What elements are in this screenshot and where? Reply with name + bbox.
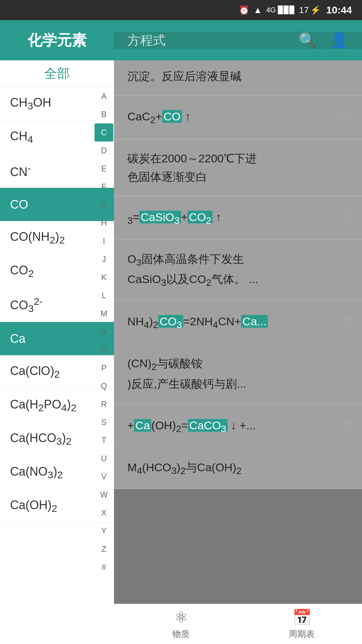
alpha-Y[interactable]: Y <box>95 522 113 540</box>
item-formula-ch3oh: CH3OH <box>10 96 51 112</box>
clock-icon: ⏰ <box>239 5 249 15</box>
content-card-5: O3固体高温条件下发生CaSiO3以及CO2气体。 ... <box>114 240 362 301</box>
alpha-F[interactable]: F <box>95 178 113 196</box>
card-7-text: (CN)2与碳酸铵)反应,产生碳酸钙与剧... <box>127 354 349 393</box>
wifi-icon: ▲ <box>253 5 262 15</box>
app-title: 化学元素 <box>27 31 86 50</box>
item-formula-ca-clo2: Ca(ClO)2 <box>10 364 60 380</box>
item-formula-ca-h2po4-2: Ca(H2PO4)2 <box>10 397 76 414</box>
nav-item-periodic[interactable]: 📅 周期表 <box>275 608 328 640</box>
item-formula-ca-oh: Ca(OH)2 <box>10 498 57 514</box>
header-action-icons: 🔍 👤 <box>298 32 349 49</box>
item-formula-ca-hco3-2: Ca(HCO3)2 <box>10 431 71 447</box>
alpha-R[interactable]: R <box>95 395 113 413</box>
alpha-M[interactable]: M <box>95 305 113 323</box>
highlight-ca2: Ca <box>134 419 151 432</box>
sidebar: A B C D E F G H I J K L M N O P Q R S T … <box>0 60 114 644</box>
heart-icon-2[interactable]: ♡ <box>339 109 352 126</box>
alpha-G[interactable]: G <box>95 196 113 214</box>
battery-level: 17 <box>299 5 309 15</box>
status-icons: ⏰ ▲ 4G ▉▉▉ 17⚡ <box>239 5 321 15</box>
card-5-text: O3固体高温条件下发生CaSiO3以及CO2气体。 ... <box>127 250 349 290</box>
item-formula-ch4: CH4 <box>10 129 33 145</box>
item-formula-co3: CO32- <box>10 296 43 314</box>
heart-icon-8[interactable]: ♡ <box>339 418 352 435</box>
content-card-8: +Ca(OH)2=CaCO3 ↓ +... ♡ <box>114 405 362 448</box>
alpha-N[interactable]: N <box>95 323 113 341</box>
card-9-text: M4(HCO3)2与Ca(OH)2 <box>127 458 349 478</box>
content-card-7: (CN)2与碳酸铵)反应,产生碳酸钙与剧... <box>114 344 362 405</box>
content-card-9: M4(HCO3)2与Ca(OH)2 <box>114 448 362 489</box>
item-formula-ca: Ca <box>10 332 25 346</box>
item-formula-co2: CO2 <box>10 263 34 279</box>
item-formula-ca-no3-2: Ca(NO3)2 <box>10 465 63 481</box>
nav-label-matter: 物质 <box>172 628 190 640</box>
alpha-S[interactable]: S <box>95 413 113 431</box>
battery-icon: 17⚡ <box>299 5 321 15</box>
heart-icon-6[interactable]: ♡ <box>339 314 352 331</box>
app-header: 化学元素 方程式 🔍 👤 <box>0 20 362 60</box>
periodic-icon: 📅 <box>292 608 311 626</box>
content-card-1: 沉淀。反应后溶液显碱 <box>114 60 362 96</box>
alpha-T[interactable]: T <box>95 431 113 449</box>
content-card-4: 3=CaSiO3+CO2 ↑ ♡ <box>114 196 362 240</box>
alpha-B[interactable]: B <box>95 105 113 123</box>
all-label: 全部 <box>44 65 70 82</box>
card-6-formula: NH4)2CO3=2NH4CN+Ca... <box>127 312 268 332</box>
alpha-Z[interactable]: Z <box>95 540 113 558</box>
alpha-U[interactable]: U <box>95 449 113 468</box>
heart-icon-4[interactable]: ♡ <box>339 209 352 226</box>
card-1-text: 沉淀。反应后溶液显碱 <box>127 67 349 85</box>
alpha-E[interactable]: E <box>95 160 113 178</box>
status-time: 10:44 <box>326 4 352 16</box>
alpha-H[interactable]: H <box>95 214 113 232</box>
search-icon[interactable]: 🔍 <box>298 32 317 49</box>
content-card-6: NH4)2CO3=2NH4CN+Ca... ♡ <box>114 301 362 344</box>
alpha-D[interactable]: D <box>95 142 113 160</box>
card-3-text: 碳炭在2000～2200℃下进色固体逐渐变白 <box>127 149 349 186</box>
alpha-O[interactable]: O <box>95 341 113 359</box>
alpha-X[interactable]: X <box>95 504 113 522</box>
alpha-K[interactable]: K <box>95 268 113 286</box>
highlight-co2: CO2 <box>187 211 213 223</box>
signal-icon: 4G ▉▉▉ <box>266 6 295 14</box>
highlight-casio3: CaSiO3 <box>139 211 181 223</box>
alpha-J[interactable]: J <box>95 250 113 268</box>
highlight-caco3: CaCO3 <box>188 419 228 432</box>
alphabet-index: A B C D E F G H I J K L M N O P Q R S T … <box>94 60 114 576</box>
alpha-I[interactable]: I <box>95 232 113 250</box>
alpha-L[interactable]: L <box>95 286 113 305</box>
header-title-area: 化学元素 <box>0 20 114 60</box>
alpha-W[interactable]: W <box>95 486 113 504</box>
user-icon[interactable]: 👤 <box>330 32 349 49</box>
nav-item-matter[interactable]: ⚛ 物质 <box>154 608 208 640</box>
highlight-co: CO <box>162 110 182 123</box>
item-formula-co-nh2-2: CO(NH2)2 <box>10 230 65 246</box>
item-formula-co: CO <box>10 198 28 212</box>
highlight-co3: CO3 <box>158 315 183 328</box>
alpha-C[interactable]: C <box>95 123 113 142</box>
nav-label-periodic: 周期表 <box>289 628 315 640</box>
right-content: 沉淀。反应后溶液显碱 CaC2+CO ↑ ♡ 碳炭在2000～2200℃下进色固… <box>114 60 362 644</box>
status-bar: ⏰ ▲ 4G ▉▉▉ 17⚡ 10:44 <box>0 0 362 20</box>
alpha-hash[interactable]: # <box>95 558 113 576</box>
main-layout: A B C D E F G H I J K L M N O P Q R S T … <box>0 60 362 644</box>
header-tab-equations[interactable]: 方程式 <box>127 32 166 49</box>
card-8-formula: +Ca(OH)2=CaCO3 ↓ +... <box>127 416 256 436</box>
alpha-V[interactable]: V <box>95 468 113 486</box>
card-4-formula: 3=CaSiO3+CO2 ↑ <box>127 208 222 228</box>
card-2-formula: CaC2+CO ↑ <box>127 107 191 127</box>
content-card-3: 碳炭在2000～2200℃下进色固体逐渐变白 <box>114 139 362 196</box>
alpha-P[interactable]: P <box>95 359 113 377</box>
alpha-Q[interactable]: Q <box>95 377 113 395</box>
header-right: 方程式 🔍 👤 <box>114 32 362 49</box>
content-card-2: CaC2+CO ↑ ♡ <box>114 96 362 139</box>
alpha-A[interactable]: A <box>95 87 113 105</box>
item-formula-cn: CN- <box>10 163 31 179</box>
matter-icon: ⚛ <box>174 608 188 626</box>
highlight-ca: Ca... <box>241 315 268 328</box>
